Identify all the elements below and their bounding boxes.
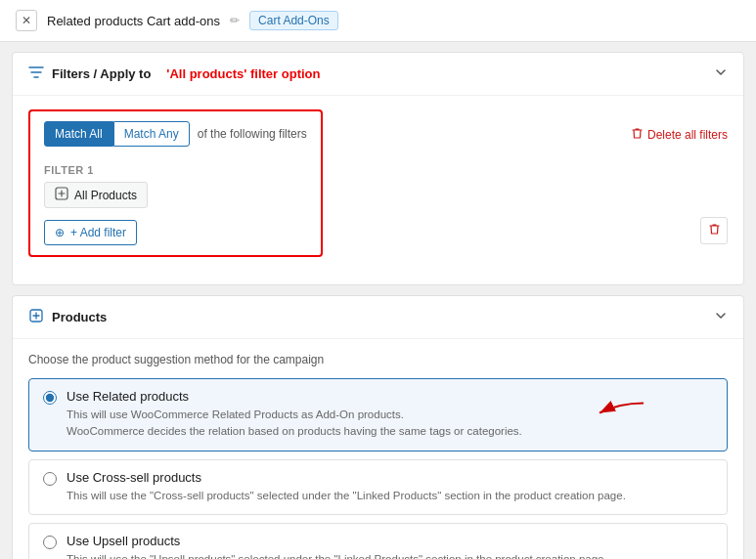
products-section: Products Choose the product suggestion m… [12,295,744,559]
radio-option-content: Use Related products This will use WooCo… [67,389,522,441]
radio-upsell[interactable] [43,536,57,549]
filters-chevron [714,65,728,82]
edit-icon[interactable]: ✏ [230,14,240,27]
add-filter-button[interactable]: ⊕ + Add filter [44,220,137,245]
radio-option-content-cross: Use Cross-sell products This will use th… [67,470,626,504]
products-section-header[interactable]: Products [13,296,743,339]
filters-section: Filters / Apply to 'All products' filter… [12,52,744,285]
filter-chip: All Products [44,182,148,208]
match-all-button[interactable]: Match All [44,121,113,147]
products-label: Products [52,310,107,324]
delete-filter-button[interactable] [700,217,728,244]
filters-header-left: Filters / Apply to 'All products' filter… [28,64,320,83]
match-buttons-row: Match All Match Any of the following fil… [44,121,307,147]
filter-toolbar: Match All Match Any of the following fil… [28,109,728,261]
close-button[interactable]: ✕ [16,10,37,31]
all-products-icon [55,187,68,203]
filter-highlight-box: Match All Match Any of the following fil… [28,109,323,257]
radio-option-content-upsell: Use Upsell products This will use the "U… [67,534,607,559]
cart-addon-badge[interactable]: Cart Add-Ons [249,11,338,30]
radio-use-related[interactable] [43,391,57,405]
radio-label-use-related: Use Related products [67,389,522,404]
page-title: Related products Cart add-ons [47,14,220,28]
radio-option-use-related[interactable]: Use Related products This will use WooCo… [28,378,728,452]
delete-all-filters-button[interactable]: Delete all filters [631,127,728,143]
products-chevron [714,309,728,325]
radio-label-upsell: Use Upsell products [67,534,607,548]
products-body: Choose the product suggestion method for… [13,339,743,559]
filter-icon [28,64,44,83]
filter-content: FILTER 1 All Products [44,156,307,245]
filters-label: Filters / Apply to [52,66,151,81]
radio-desc-use-related: This will use WooCommerce Related Produc… [67,407,522,441]
radio-option-cross-sell[interactable]: Use Cross-sell products This will use th… [28,459,728,515]
match-any-button[interactable]: Match Any [113,121,190,147]
radio-cross-sell[interactable] [43,472,57,486]
delete-icon [708,223,721,238]
filter-actions-right: Delete all filters [619,127,728,244]
products-header-left: Products [28,308,107,326]
radio-label-cross-sell: Use Cross-sell products [67,470,626,485]
filters-highlight: 'All products' filter option [166,66,320,81]
arrow-annotation [590,399,648,431]
trash-icon [631,127,644,143]
plus-icon: ⊕ [55,226,65,239]
add-filter-label: + Add filter [70,226,126,239]
radio-option-upsell[interactable]: Use Upsell products This will use the "U… [28,523,728,559]
filter-chip-label: All Products [74,189,137,202]
products-subtitle: Choose the product suggestion method for… [28,353,728,366]
following-text: of the following filters [198,127,307,141]
filter-toolbar-content: Match All Match Any of the following fil… [28,109,619,261]
top-bar: ✕ Related products Cart add-ons ✏ Cart A… [0,0,756,42]
delete-all-label: Delete all filters [647,128,728,142]
filters-body: Match All Match Any of the following fil… [13,96,743,284]
radio-desc-upsell: This will use the "Upsell products" sele… [67,551,607,559]
filter-number-label: FILTER 1 [44,164,307,176]
products-icon [28,308,44,326]
filter-row: FILTER 1 All Products [44,156,307,245]
radio-desc-cross-sell: This will use the "Cross-sell products" … [67,488,626,504]
filters-section-header[interactable]: Filters / Apply to 'All products' filter… [13,53,743,96]
